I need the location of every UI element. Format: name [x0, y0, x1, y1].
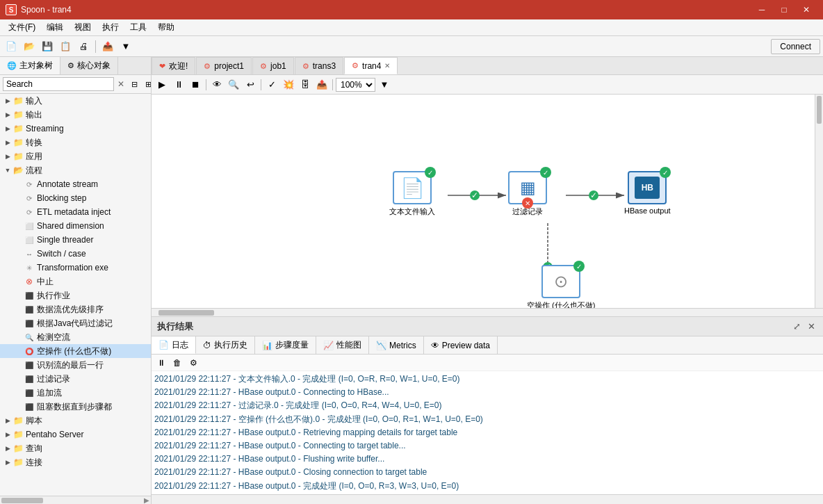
v-scroll-thumb[interactable]: [817, 96, 822, 124]
expand-pentaho[interactable]: ▶: [3, 430, 13, 439]
tree-item-pentaho[interactable]: ▶ 📁 Pentaho Server: [0, 428, 151, 441]
results-expand-button[interactable]: ⤢: [791, 320, 803, 332]
node-box-txt-input[interactable]: ✓ 📄: [393, 171, 432, 204]
run-button[interactable]: ▶: [154, 78, 170, 92]
tree-item-priority[interactable]: ⬛ 数据流优先级排序: [0, 302, 151, 316]
close-button[interactable]: ✕: [795, 0, 817, 19]
minimize-button[interactable]: ─: [751, 0, 773, 19]
replay-button[interactable]: ↩: [243, 78, 258, 92]
tree-item-last-row[interactable]: ⬛ 识别流的最后一行: [0, 358, 151, 372]
menu-file[interactable]: 文件(F): [3, 20, 41, 35]
expand-flow[interactable]: ▼: [3, 165, 13, 175]
tab-trans3[interactable]: ⚙ trans3: [295, 57, 343, 74]
export-btn[interactable]: 📤: [314, 78, 329, 92]
tree-item-flow[interactable]: ▼ 📂 流程: [0, 163, 151, 177]
results-tab-history[interactable]: ⏱ 执行历史: [196, 336, 255, 354]
tree-item-output[interactable]: ▶ 📁 输出: [0, 108, 151, 122]
tree-horizontal-scrollbar[interactable]: ▶: [0, 496, 151, 504]
tab-tran4[interactable]: ⚙ tran4 ✕: [344, 57, 398, 74]
menu-view[interactable]: 视图: [69, 20, 97, 35]
search-clear-button[interactable]: ✕: [115, 79, 127, 89]
results-tab-perf[interactable]: 📈 性能图: [316, 336, 369, 354]
node-filter[interactable]: ✓ ▦ ✕ 过滤记录: [508, 171, 547, 217]
tree-item-app[interactable]: ▶ 📁 应用: [0, 149, 151, 163]
expand-app[interactable]: ▶: [3, 152, 13, 161]
save-button[interactable]: 💾: [39, 39, 56, 54]
tree-item-blocking[interactable]: ⟳ Blocking step: [0, 191, 151, 205]
tree-item-connect[interactable]: ▶ 📁 连接: [0, 455, 151, 469]
tree-item-filter-records[interactable]: ⬛ 过滤记录: [0, 372, 151, 386]
zoom-dropdown[interactable]: ▼: [377, 78, 392, 92]
dropdown-button[interactable]: ▼: [117, 39, 134, 54]
tree-item-detect-empty[interactable]: 🔍 检测空流: [0, 330, 151, 344]
tree-item-annotate[interactable]: ⟳ Annotate stream: [0, 177, 151, 191]
results-tab-preview[interactable]: 👁 Preview data: [424, 336, 498, 354]
tree-item-java-filter[interactable]: ⬛ 根据Java代码过滤记: [0, 316, 151, 330]
node-hbase[interactable]: ✓ HB HBase output: [624, 171, 671, 215]
tree-item-input[interactable]: ▶ 📁 输入: [0, 94, 151, 108]
collapse-all-button[interactable]: ⊟: [128, 78, 140, 90]
canvas-area[interactable]: ✓ ✓ ✓ ✓ 📄: [152, 95, 815, 308]
results-tab-log[interactable]: 📄 日志: [152, 336, 196, 354]
tree-item-run-job[interactable]: ⬛ 执行作业: [0, 288, 151, 302]
connect-button[interactable]: Connect: [771, 39, 820, 54]
results-tab-steps[interactable]: 📊 步骤度量: [255, 336, 316, 354]
new-button[interactable]: 📄: [3, 39, 19, 54]
window-controls[interactable]: ─ □ ✕: [751, 0, 817, 19]
results-settings-button[interactable]: ⚙: [186, 357, 200, 369]
h-scroll-thumb[interactable]: [1, 498, 43, 503]
tree-item-stop[interactable]: ⊗ 中止: [0, 275, 151, 288]
tab-project1[interactable]: ⚙ project1: [196, 57, 252, 74]
pause-button[interactable]: ⏸: [171, 78, 186, 92]
expand-query[interactable]: ▶: [3, 444, 13, 453]
expand-transform[interactable]: ▶: [3, 138, 13, 147]
tree-item-trans-exe[interactable]: ✳ Transformation exe: [0, 261, 151, 275]
menu-help[interactable]: 帮助: [152, 20, 180, 35]
tree-item-switch-case[interactable]: ↔ Switch / case: [0, 247, 151, 261]
canvas-horizontal-scrollbar[interactable]: [152, 308, 823, 316]
debug-button[interactable]: 🔍: [226, 78, 241, 92]
print-button[interactable]: 🖨: [75, 39, 92, 54]
preview-button[interactable]: 👁: [209, 78, 225, 92]
tree-item-null-op[interactable]: ⭕ 空操作 (什么也不做): [0, 344, 151, 358]
expand-script[interactable]: ▶: [3, 416, 13, 425]
search-input[interactable]: [3, 77, 114, 91]
tab-job1[interactable]: ⚙ job1: [252, 57, 294, 74]
stop-button[interactable]: ⏹: [188, 78, 203, 92]
tab-main-objects[interactable]: 🌐 主对象树: [0, 57, 60, 74]
node-box-null-op[interactable]: ✓ ⊙: [541, 265, 580, 298]
open-button[interactable]: 📂: [21, 39, 38, 54]
tree-item-block[interactable]: ⬛ 阻塞数据直到步骤都: [0, 400, 151, 414]
node-txt-input[interactable]: ✓ 📄 文本文件输入: [389, 171, 435, 217]
impact-button[interactable]: 💥: [281, 78, 296, 92]
canvas-vertical-scrollbar[interactable]: [815, 95, 823, 308]
expand-output[interactable]: ▶: [3, 110, 13, 120]
node-box-hbase[interactable]: ✓ HB: [628, 171, 667, 204]
maximize-button[interactable]: □: [773, 0, 795, 19]
zoom-select[interactable]: 100% 50% 75% 125% 150% 200%: [336, 78, 375, 92]
results-close-button[interactable]: ✕: [806, 320, 817, 332]
tree-item-script[interactable]: ▶ 📁 脚本: [0, 414, 151, 428]
results-pause-button[interactable]: ⏸: [154, 357, 168, 369]
tree-item-shared-dim[interactable]: ⬜ Shared dimension: [0, 219, 151, 233]
tree-item-query[interactable]: ▶ 📁 查询: [0, 441, 151, 455]
results-clear-button[interactable]: 🗑: [170, 357, 184, 369]
results-tab-metrics[interactable]: 📉 Metrics: [369, 336, 424, 354]
scroll-right-btn[interactable]: ▶: [144, 496, 149, 504]
sql-button[interactable]: 🗄: [298, 78, 313, 92]
expand-input[interactable]: ▶: [3, 96, 13, 106]
menu-run[interactable]: 执行: [97, 20, 124, 35]
node-null-op[interactable]: ✓ ⊙ 空操作 (什么也不做): [527, 265, 595, 308]
expand-connect[interactable]: ▶: [3, 457, 13, 467]
tree-item-transform[interactable]: ▶ 📁 转换: [0, 136, 151, 149]
tree-item-append[interactable]: ⬛ 追加流: [0, 386, 151, 400]
tree-item-streaming[interactable]: ▶ 📁 Streaming: [0, 122, 151, 136]
expand-streaming[interactable]: ▶: [3, 124, 13, 133]
menu-edit[interactable]: 编辑: [41, 20, 69, 35]
export-button[interactable]: 📤: [99, 39, 116, 54]
tree-item-etl[interactable]: ⟳ ETL metadata inject: [0, 205, 151, 219]
menu-tools[interactable]: 工具: [124, 20, 152, 35]
check-button[interactable]: ✓: [264, 78, 279, 92]
tab-core-objects[interactable]: ⚙ 核心对象: [60, 57, 118, 74]
tree-item-single-thread[interactable]: ⬜ Single threader: [0, 233, 151, 247]
